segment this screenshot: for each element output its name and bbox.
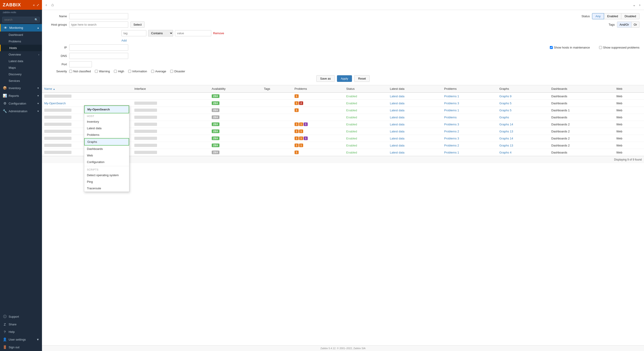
ctx-latest-data[interactable]: Latest data — [84, 125, 129, 131]
sidebar-sub-latest-data[interactable]: Latest data — [0, 58, 42, 64]
sidebar-item-reports[interactable]: 📊 Reports ▼ — [0, 92, 42, 99]
sidebar-item-monitoring[interactable]: 👁 Monitoring ▲ — [0, 24, 42, 31]
ctx-detect-os[interactable]: Detect operating system — [84, 172, 129, 178]
problem-badge[interactable]: 1 — [294, 144, 299, 147]
tag-value-input[interactable] — [175, 30, 211, 36]
reset-button[interactable]: Reset — [354, 75, 370, 82]
latest-data-link[interactable]: Latest data — [390, 137, 404, 140]
sidebar-item-configuration[interactable]: ⚙ Configuration ▼ — [0, 99, 42, 107]
sidebar-sub-maps[interactable]: Maps — [0, 64, 42, 71]
apply-button[interactable]: Apply — [337, 75, 352, 82]
problem-badge[interactable]: 1 — [294, 94, 299, 98]
home-button[interactable]: ⌂ — [50, 1, 55, 8]
col-problems[interactable]: Problems — [292, 85, 344, 92]
problem-badge[interactable]: 1 — [299, 129, 303, 133]
forward-button[interactable]: › — [638, 2, 642, 8]
severity-average-cb[interactable] — [151, 70, 154, 73]
problems-link[interactable]: Problems 1 — [444, 151, 459, 154]
status-enabled-button[interactable]: Enabled — [604, 13, 622, 19]
graphs-link[interactable]: Graphs 9 — [500, 94, 512, 98]
problem-badge[interactable]: 1 — [304, 136, 308, 140]
graphs-link[interactable]: Graphs — [500, 116, 509, 119]
problems-link[interactable]: Problems 1 — [444, 109, 459, 112]
severity-warning-cb[interactable] — [95, 70, 98, 73]
col-name[interactable]: Name ▲ — [42, 85, 132, 92]
severity-information-cb[interactable] — [128, 70, 131, 73]
col-web[interactable]: Web — [614, 85, 644, 92]
sidebar-bottom-share[interactable]: Z Share — [0, 321, 42, 328]
sidebar-bottom-help[interactable]: ? Help — [0, 328, 42, 336]
context-menu-host-label[interactable]: My-OpenSearch — [84, 105, 129, 113]
host-name-link[interactable]: My-OpenSearch — [44, 102, 66, 105]
ctx-dashboards[interactable]: Dashboards — [84, 146, 129, 152]
dns-input[interactable] — [69, 53, 128, 59]
latest-data-link[interactable]: Latest data — [390, 109, 404, 112]
sidebar-search-input[interactable] — [2, 17, 40, 23]
add-tag-link[interactable]: Add — [122, 39, 126, 42]
problems-link[interactable]: Problems 2 — [444, 144, 459, 147]
latest-data-link[interactable]: Latest data — [390, 144, 404, 147]
host-groups-input[interactable] — [69, 21, 128, 28]
collapse-sidebar-icon[interactable]: « — [33, 3, 35, 7]
tag-remove-link[interactable]: Remove — [213, 31, 224, 35]
graphs-link[interactable]: Graphs 14 — [500, 123, 513, 126]
ip-input[interactable] — [69, 44, 128, 50]
severity-high-cb[interactable] — [114, 70, 117, 73]
tag-and-or-button[interactable]: And/Or — [617, 21, 631, 28]
col-latest-data[interactable]: Latest data — [388, 85, 442, 92]
latest-data-link[interactable]: Latest data — [390, 130, 404, 133]
sidebar-sub-discovery[interactable]: Discovery — [0, 71, 42, 77]
ctx-web[interactable]: Web — [84, 152, 129, 159]
problems-link[interactable]: Problems — [444, 116, 456, 119]
problems-link[interactable]: Problems 2 — [444, 130, 459, 133]
back-button[interactable]: ‹ — [44, 2, 48, 8]
problem-badge[interactable]: 1 — [294, 122, 299, 126]
graphs-link[interactable]: Graphs 5 — [500, 102, 512, 105]
ctx-graphs[interactable]: Graphs — [84, 138, 129, 146]
show-maintenance-checkbox[interactable] — [550, 46, 553, 49]
name-input[interactable] — [69, 13, 128, 19]
tag-contains-select[interactable]: Contains — [148, 30, 173, 36]
problem-badge[interactable]: 1 — [299, 144, 303, 147]
ctx-traceroute[interactable]: Traceroute — [84, 185, 129, 192]
col-tags[interactable]: Tags — [262, 85, 292, 92]
problems-link[interactable]: Problems 1 — [444, 94, 459, 98]
problem-badge[interactable]: 1 — [304, 122, 308, 126]
sidebar-sub-services[interactable]: Services — [0, 77, 42, 84]
latest-data-link[interactable]: Latest data — [390, 94, 404, 98]
latest-data-link[interactable]: Latest data — [390, 123, 404, 126]
sidebar-item-inventory[interactable]: 📦 Inventory ▼ — [0, 84, 42, 92]
latest-data-link[interactable]: Latest data — [390, 151, 404, 154]
latest-data-link[interactable]: Latest data — [390, 116, 404, 119]
graphs-link[interactable]: Graphs 13 — [500, 144, 513, 147]
graphs-link[interactable]: Graphs 13 — [500, 130, 513, 133]
col-availability[interactable]: Availability — [210, 85, 262, 92]
save-as-button[interactable]: Save as — [316, 75, 335, 82]
problem-badge[interactable]: 1 — [294, 129, 299, 133]
ctx-configuration[interactable]: Configuration — [84, 159, 129, 165]
col-problems2[interactable]: Problems — [442, 85, 497, 92]
ctx-ping[interactable]: Ping — [84, 178, 129, 185]
problem-badge[interactable]: 1 — [294, 151, 299, 154]
sidebar-sub-overview[interactable]: Overview › — [0, 51, 42, 58]
problem-badge[interactable]: 2 — [299, 101, 303, 105]
col-interface[interactable]: Interface — [132, 85, 209, 92]
expand-down-button[interactable]: ⌄ — [631, 2, 637, 8]
sidebar-bottom-sign-out[interactable]: 🚪 Sign out — [0, 343, 42, 351]
ctx-problems[interactable]: Problems — [84, 131, 129, 138]
select-button[interactable]: Select — [130, 21, 144, 28]
port-input[interactable] — [69, 61, 92, 67]
expand-icon[interactable]: ⤢ — [36, 3, 39, 7]
status-any-button[interactable]: Any — [592, 13, 604, 19]
sidebar-sub-dashboard[interactable]: Dashboard — [0, 31, 42, 38]
problem-badge[interactable]: 1 — [299, 136, 303, 140]
sidebar-bottom-user-settings[interactable]: 👤 User settings ▼ — [0, 336, 42, 343]
sidebar-sub-hosts[interactable]: Hosts — [0, 45, 42, 51]
col-dashboards[interactable]: Dashboards — [549, 85, 614, 92]
col-status[interactable]: Status — [344, 85, 388, 92]
tag-name-input[interactable] — [122, 30, 146, 36]
problems-link[interactable]: Problems 3 — [444, 123, 459, 126]
severity-not-classified-cb[interactable] — [69, 70, 72, 73]
ctx-inventory[interactable]: Inventory — [84, 118, 129, 125]
problem-badge[interactable]: 1 — [294, 136, 299, 140]
